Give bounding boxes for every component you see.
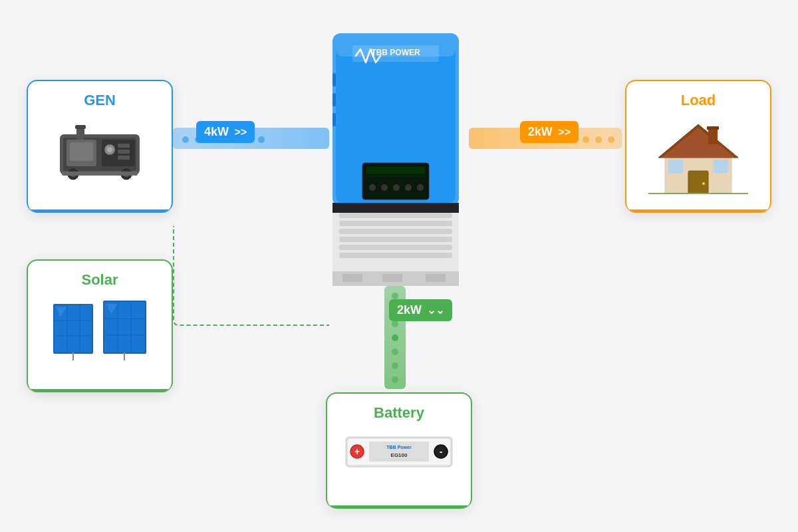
dot-gen-7 (258, 136, 265, 143)
inverter-device: TBB POWER (326, 33, 466, 286)
dot-bat-1 (392, 293, 398, 299)
badge-gen-label: 4kW (204, 125, 229, 139)
dot-load-3 (583, 136, 589, 143)
badge-load-power: 2kW >> (520, 121, 579, 143)
dot-bat-5 (392, 348, 398, 355)
svg-rect-79 (339, 237, 452, 242)
svg-rect-16 (62, 172, 138, 176)
load-icon (648, 114, 748, 194)
svg-rect-56 (648, 193, 748, 194)
svg-rect-75 (332, 203, 459, 213)
gen-image (39, 114, 161, 181)
svg-text:-: - (440, 446, 443, 457)
battery-title: Battery (374, 404, 424, 422)
load-title: Load (681, 92, 716, 109)
svg-rect-77 (339, 221, 452, 226)
svg-rect-85 (426, 274, 446, 282)
battery-image: + - TBB Power EG100 (338, 427, 460, 473)
svg-point-49 (702, 182, 705, 185)
badge-gen-arrow: >> (231, 126, 247, 138)
badge-battery-label: 2kW (397, 303, 422, 317)
svg-point-70 (381, 184, 388, 191)
flow-line-solar-dashed (173, 226, 329, 326)
diagram-container: GEN (0, 0, 798, 532)
dot-bat-3 (392, 321, 398, 327)
badge-load-label: 2kW (528, 125, 553, 139)
solar-image (39, 294, 161, 360)
svg-text:EG100: EG100 (391, 452, 408, 458)
svg-rect-64 (332, 113, 336, 126)
svg-rect-3 (70, 142, 93, 161)
gen-title: GEN (84, 92, 116, 109)
svg-rect-10 (118, 150, 130, 154)
dot-load-2 (595, 136, 602, 143)
dot-bat-4 (392, 334, 398, 341)
battery-card: Battery + - TBB Power EG100 (326, 392, 472, 509)
badge-battery-arrow: ⌄⌄ (424, 304, 444, 317)
gen-card: GEN (27, 80, 173, 213)
svg-point-72 (405, 184, 412, 191)
inverter-icon: TBB POWER (326, 33, 466, 286)
svg-text:+: + (354, 446, 360, 457)
svg-point-69 (369, 184, 376, 191)
solar-icon (50, 294, 150, 360)
svg-rect-78 (339, 229, 452, 234)
svg-rect-76 (339, 213, 452, 218)
badge-battery-power: 2kW ⌄⌄ (389, 299, 452, 321)
svg-rect-81 (339, 253, 452, 258)
badge-load-arrow: >> (555, 126, 571, 138)
load-border (626, 209, 770, 213)
dot-bat-7 (392, 376, 398, 383)
svg-rect-83 (342, 274, 362, 282)
svg-rect-67 (366, 167, 425, 174)
dot-bat-6 (392, 362, 398, 369)
gen-icon (57, 114, 143, 181)
svg-rect-84 (382, 274, 402, 282)
dot-load-1 (608, 136, 614, 143)
solar-card: Solar (27, 259, 173, 392)
svg-point-71 (393, 184, 400, 191)
solar-border (28, 389, 172, 392)
gen-border (28, 209, 172, 213)
svg-rect-5 (75, 125, 86, 129)
battery-icon: + - TBB Power EG100 (342, 427, 456, 473)
svg-rect-48 (688, 171, 708, 194)
svg-rect-63 (332, 93, 336, 106)
svg-rect-4 (76, 128, 84, 140)
solar-title: Solar (81, 271, 118, 289)
svg-rect-80 (339, 245, 452, 250)
svg-point-73 (417, 184, 424, 191)
svg-point-8 (107, 147, 112, 152)
svg-rect-9 (118, 144, 130, 148)
dot-gen-1 (182, 136, 189, 143)
load-image (637, 114, 759, 194)
load-card: Load (625, 80, 771, 213)
battery-border (327, 505, 471, 509)
svg-rect-47 (707, 126, 719, 130)
svg-text:TBB POWER: TBB POWER (371, 48, 420, 57)
badge-gen-power: 4kW >> (196, 121, 255, 143)
svg-rect-46 (708, 128, 718, 144)
svg-rect-11 (118, 156, 130, 160)
svg-text:TBB Power: TBB Power (386, 445, 412, 450)
svg-rect-62 (332, 73, 336, 86)
